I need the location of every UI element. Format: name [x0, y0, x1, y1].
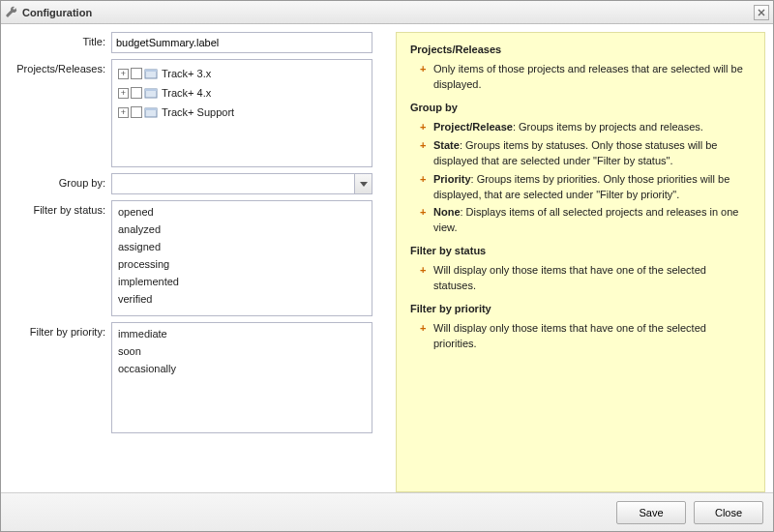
title-input[interactable]	[111, 32, 372, 53]
list-item[interactable]: implemented	[116, 273, 368, 290]
title-label: Title:	[9, 32, 111, 47]
form-panel: Title: Projects/Releases: + Track+ 3.x	[9, 32, 386, 492]
help-bullet: Priority: Groups items by priorities. On…	[424, 172, 751, 203]
chevron-down-icon	[360, 182, 368, 187]
list-item[interactable]: analyzed	[116, 221, 368, 238]
help-bullet: Only items of those projects and release…	[424, 62, 751, 93]
projects-tree[interactable]: + Track+ 3.x + Track+ 4.x +	[111, 59, 372, 167]
tree-node[interactable]: + Track+ 3.x	[116, 64, 368, 83]
close-icon	[758, 9, 765, 16]
window-close-button[interactable]	[754, 5, 769, 20]
dialog-body: Title: Projects/Releases: + Track+ 3.x	[1, 24, 773, 492]
expand-icon[interactable]: +	[118, 69, 129, 79]
help-bullet: None: Displays items of all selected pro…	[424, 205, 751, 236]
svg-rect-1	[145, 70, 157, 72]
filter-status-list[interactable]: opened analyzed assigned processing impl…	[111, 200, 372, 316]
project-icon	[144, 86, 158, 100]
help-bullet: Will display only those items that have …	[424, 263, 751, 294]
filter-priority-list[interactable]: immediate soon occasionally	[111, 322, 372, 433]
tree-node[interactable]: + Track+ 4.x	[116, 83, 368, 103]
filter-priority-label: Filter by priority:	[9, 322, 111, 338]
list-item[interactable]: processing	[116, 255, 368, 273]
list-item[interactable]: occasionally	[116, 360, 368, 377]
list-item[interactable]: verified	[116, 290, 368, 308]
help-panel: Projects/Releases Only items of those pr…	[396, 32, 765, 492]
window-title: Configuration	[22, 7, 754, 18]
close-button[interactable]: Close	[694, 501, 763, 524]
tree-node-label: Track+ Support	[160, 106, 234, 118]
list-item[interactable]: assigned	[116, 238, 368, 255]
checkbox[interactable]	[131, 87, 142, 99]
groupby-label: Group by:	[9, 173, 111, 189]
project-icon	[144, 105, 158, 119]
dialog-footer: Save Close	[1, 492, 773, 531]
svg-rect-3	[145, 89, 157, 91]
help-heading-projects: Projects/Releases	[410, 43, 751, 58]
project-icon	[144, 67, 158, 80]
checkbox[interactable]	[131, 106, 142, 118]
titlebar: Configuration	[1, 1, 773, 24]
list-item[interactable]: immediate	[116, 325, 368, 342]
tree-node-label: Track+ 3.x	[160, 68, 211, 79]
help-bullet: Will display only those items that have …	[424, 321, 751, 352]
filter-status-label: Filter by status:	[9, 200, 111, 216]
tree-node[interactable]: + Track+ Support	[116, 103, 368, 122]
config-dialog: Configuration Title: Projects/Releases: …	[0, 0, 774, 532]
tree-node-label: Track+ 4.x	[160, 87, 211, 99]
help-bullet: Project/Release: Groups items by project…	[424, 120, 751, 135]
save-button[interactable]: Save	[616, 501, 686, 524]
list-item[interactable]: soon	[116, 342, 368, 360]
dropdown-trigger[interactable]	[354, 174, 372, 193]
list-item[interactable]: opened	[116, 203, 368, 221]
groupby-input[interactable]	[112, 174, 354, 193]
help-bullet: State: Groups items by statuses. Only th…	[424, 138, 751, 169]
expand-icon[interactable]: +	[118, 107, 129, 118]
help-heading-groupby: Group by	[410, 101, 751, 116]
help-heading-fpriority: Filter by priority	[410, 302, 751, 317]
svg-rect-5	[145, 108, 157, 110]
groupby-select[interactable]	[111, 173, 372, 194]
help-heading-fstatus: Filter by status	[410, 244, 751, 259]
expand-icon[interactable]: +	[118, 88, 129, 99]
wrench-icon	[5, 6, 18, 19]
projects-label: Projects/Releases:	[9, 59, 111, 74]
checkbox[interactable]	[131, 68, 142, 79]
